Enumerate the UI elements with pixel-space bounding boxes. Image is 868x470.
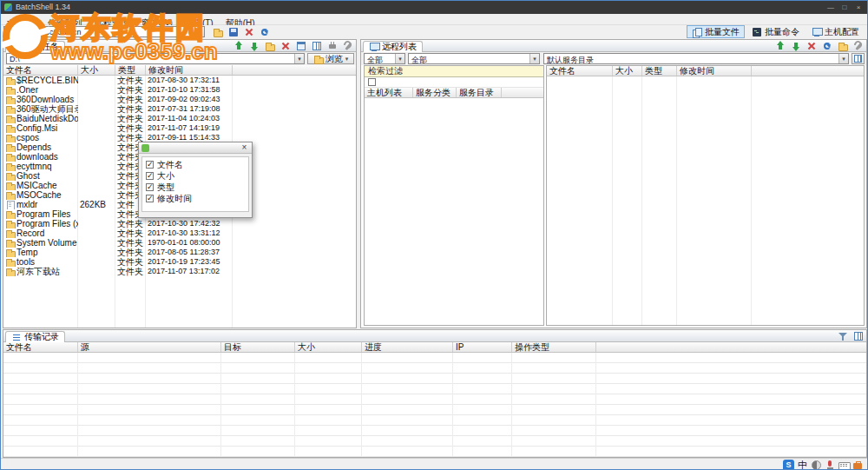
- minimize-button[interactable]: —: [824, 1, 838, 14]
- refresh-button[interactable]: [820, 41, 833, 52]
- refresh-icon: [260, 27, 270, 37]
- file-row[interactable]: Record文件夹2017-10-30 13:31:12: [3, 228, 356, 238]
- search-filter-input[interactable]: 检索过滤: [365, 66, 543, 77]
- file-row[interactable]: 360Downloads文件夹2017-09-02 09:02:43: [3, 95, 356, 104]
- new-folder-button[interactable]: [263, 41, 276, 52]
- keyboard-icon[interactable]: [838, 460, 850, 470]
- checkbox-checked[interactable]: [146, 183, 154, 191]
- remote-file-column-header[interactable]: 类型: [642, 66, 677, 76]
- remote-file-column-header[interactable]: 大小: [613, 66, 642, 76]
- file-row[interactable]: .Oner文件夹2017-10-10 17:31:58: [3, 85, 356, 95]
- file-column-header[interactable]: 大小: [78, 65, 115, 75]
- chevron-down-icon[interactable]: ▾: [294, 54, 304, 63]
- tab-transfer-record[interactable]: 传输记录: [5, 331, 65, 342]
- input-method-bar: S中: [783, 460, 864, 470]
- remote-file-column-header[interactable]: 文件名: [547, 66, 613, 76]
- file-row[interactable]: 360驱动大师目录文件夹2017-07-31 17:19:08: [3, 104, 356, 114]
- chinese-mode-icon[interactable]: 中: [797, 460, 808, 470]
- column-option[interactable]: 文件名: [142, 159, 248, 170]
- grid-line: [294, 353, 295, 457]
- maximize-button[interactable]: □: [838, 1, 852, 14]
- file-row[interactable]: tools文件夹2017-10-19 17:23:45: [3, 257, 356, 267]
- chevron-down-icon[interactable]: ▾: [395, 54, 404, 63]
- service-dir-select[interactable]: 默认服务目录 ▾: [543, 53, 849, 64]
- delete-button[interactable]: [805, 41, 818, 52]
- record-column-header[interactable]: 目标: [221, 342, 295, 352]
- file-size: [78, 181, 115, 190]
- file-column-header[interactable]: 修改时间: [146, 65, 233, 75]
- file-size: [78, 133, 115, 142]
- dialog-title-bar[interactable]: ×: [139, 142, 252, 154]
- file-row[interactable]: 河东下载站文件夹2017-11-07 13:17:02: [3, 267, 356, 276]
- tab-transfer-task[interactable]: 传输任务: [5, 41, 65, 52]
- column-option[interactable]: 类型: [142, 182, 248, 193]
- file-name-cell: .Oner: [3, 85, 78, 95]
- refresh-button[interactable]: [258, 26, 271, 37]
- record-column-header[interactable]: 进度: [362, 342, 453, 352]
- download-button[interactable]: [789, 41, 802, 52]
- record-column-header[interactable]: 文件名: [3, 342, 78, 352]
- delete-button[interactable]: [242, 26, 255, 37]
- delete-button[interactable]: [279, 41, 292, 52]
- columns-button[interactable]: [852, 331, 865, 342]
- toolbox-icon[interactable]: [852, 460, 864, 470]
- mode-button-console[interactable]: 批量命令: [746, 25, 805, 38]
- record-column-header[interactable]: 大小: [295, 342, 362, 352]
- file-row[interactable]: Program Files (x86)文件夹2017-10-30 17:42:3…: [3, 219, 356, 228]
- settings-button[interactable]: [341, 41, 354, 52]
- checkbox-checked[interactable]: [146, 195, 154, 202]
- group-filter-select[interactable]: 全部 ▾: [408, 53, 540, 64]
- file-row[interactable]: Temp文件夹2017-08-05 11:28:37: [3, 248, 356, 257]
- record-column-header[interactable]: IP: [453, 342, 512, 352]
- plug-button[interactable]: [326, 41, 339, 52]
- file-column-header[interactable]: 类型: [115, 65, 146, 75]
- columns-button[interactable]: [310, 41, 323, 52]
- mic-icon[interactable]: [825, 460, 836, 470]
- record-column-header[interactable]: 源: [78, 342, 221, 352]
- mode-button-computer[interactable]: 主机配置: [806, 25, 865, 38]
- filter-button[interactable]: [836, 331, 849, 342]
- file-row[interactable]: System Volume Info...文件夹1970-01-01 08:00…: [3, 238, 356, 248]
- chevron-down-icon[interactable]: ▾: [529, 54, 539, 63]
- drive-path-select[interactable]: D:\ ▾: [6, 53, 305, 64]
- browse-button[interactable]: 浏览 ▾: [307, 53, 354, 64]
- remote-file-header-filler: [752, 66, 864, 76]
- sogou-input-icon[interactable]: S: [783, 460, 794, 470]
- file-row[interactable]: BaiduNetdiskDownl...文件夹2017-11-04 10:24:…: [3, 114, 356, 123]
- folder-button[interactable]: [836, 41, 849, 52]
- upload-button[interactable]: [773, 41, 786, 52]
- tab-remote-list[interactable]: 远程列表: [363, 41, 423, 52]
- checkbox-checked[interactable]: [146, 172, 154, 180]
- open-folder-icon: [213, 27, 223, 37]
- mode-button-files[interactable]: 批量文件: [687, 25, 745, 38]
- remote-file-column-header[interactable]: 修改时间: [677, 66, 752, 76]
- file-column-header[interactable]: 文件名: [3, 65, 78, 75]
- address-input[interactable]: http://www.pc0359.cn ▾: [3, 26, 205, 37]
- file-name: cspos: [16, 133, 39, 142]
- download-button[interactable]: [247, 41, 260, 52]
- category-filter-select[interactable]: 全部 ▾: [364, 53, 405, 64]
- record-column-header[interactable]: 操作类型: [512, 342, 596, 352]
- halfwidth-mode-icon[interactable]: [811, 460, 822, 470]
- host-column-header[interactable]: 服务目录: [457, 88, 502, 97]
- file-size: [78, 209, 115, 219]
- view-options-button[interactable]: [852, 53, 865, 64]
- file-row[interactable]: $RECYCLE.BIN文件夹2017-08-30 17:32:11: [3, 76, 356, 85]
- save-button[interactable]: [227, 26, 240, 37]
- column-option[interactable]: 修改时间: [142, 193, 248, 204]
- close-icon[interactable]: ×: [239, 142, 250, 154]
- chevron-down-icon[interactable]: ▾: [838, 54, 848, 63]
- window-button[interactable]: [294, 41, 307, 52]
- upload-button[interactable]: [232, 41, 245, 52]
- open-folder-button[interactable]: [211, 26, 224, 37]
- host-column-header[interactable]: 服务分类: [413, 88, 457, 97]
- chevron-down-icon[interactable]: ▾: [194, 27, 204, 36]
- column-option[interactable]: 大小: [142, 170, 248, 182]
- host-column-header[interactable]: 主机列表: [365, 88, 413, 97]
- checkbox-checked[interactable]: [146, 161, 154, 169]
- file-row[interactable]: Config.Msi文件夹2017-11-07 14:19:19: [3, 123, 356, 133]
- close-button[interactable]: ×: [852, 1, 865, 14]
- settings-button[interactable]: [852, 41, 865, 52]
- folder-icon: [313, 54, 323, 63]
- select-all-checkbox[interactable]: [368, 78, 376, 86]
